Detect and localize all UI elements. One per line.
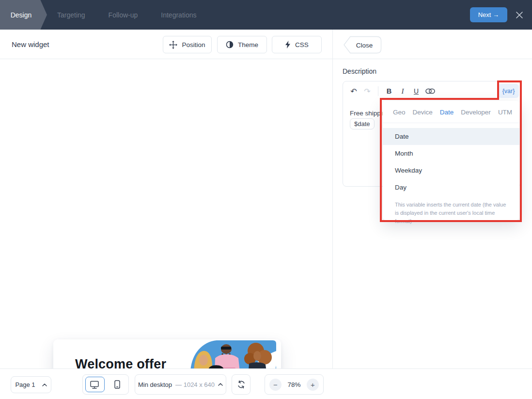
- redo-icon[interactable]: ↷: [360, 87, 374, 96]
- viewport-selector[interactable]: Min desktop — 1024 x 640: [135, 374, 226, 395]
- link-button[interactable]: [423, 88, 438, 94]
- variable-button[interactable]: {var}: [498, 84, 519, 98]
- variable-dropdown-tabs: Geo Device Date Developer UTM: [383, 101, 519, 123]
- move-icon: [169, 41, 177, 49]
- variable-helper-text: This variable inserts the current date (…: [383, 196, 519, 225]
- close-panel-label: Close: [356, 42, 373, 49]
- var-item-month[interactable]: Month: [383, 145, 519, 162]
- zoom-out-button[interactable]: −: [269, 379, 282, 391]
- chevron-up-icon: [218, 383, 223, 386]
- tab-design[interactable]: Design: [0, 0, 47, 30]
- tab-follow-up[interactable]: Follow-up: [109, 11, 138, 19]
- var-tab-date[interactable]: Date: [440, 109, 454, 123]
- var-tab-device[interactable]: Device: [413, 109, 433, 123]
- lightning-icon: [285, 41, 291, 48]
- editor-toolbar: ↶ ↷ B I U {var}: [343, 81, 520, 101]
- viewport-name: Min desktop: [138, 381, 172, 388]
- bottom-toolbar: Page 1 Min desktop — 102: [0, 368, 532, 399]
- position-button[interactable]: Position: [163, 36, 212, 53]
- rotate-icon: [237, 380, 246, 389]
- position-button-label: Position: [182, 41, 205, 48]
- var-item-day[interactable]: Day: [383, 179, 519, 196]
- description-label: Description: [343, 67, 376, 75]
- contrast-icon: [226, 41, 234, 48]
- chevron-up-icon: [42, 383, 47, 386]
- zoom-in-button[interactable]: +: [307, 379, 319, 391]
- var-tab-developer[interactable]: Developer: [461, 109, 491, 123]
- next-button[interactable]: Next →: [470, 7, 507, 22]
- settings-panel: Description ↶ ↷ B I U {var} Free shippin…: [333, 59, 532, 368]
- tab-design-label: Design: [11, 11, 32, 19]
- close-x-icon: [516, 11, 523, 19]
- zoom-level: 78%: [287, 381, 300, 388]
- css-button-label: CSS: [295, 41, 309, 48]
- toolbar-divider: [378, 86, 378, 96]
- mobile-view-button[interactable]: [106, 375, 128, 394]
- design-canvas[interactable]: Welcome offer Free shipping on your firs…: [0, 59, 332, 368]
- panel-header: Close: [333, 30, 532, 59]
- var-item-date[interactable]: Date: [383, 128, 519, 145]
- desktop-icon: [90, 381, 99, 389]
- bold-button[interactable]: B: [382, 87, 396, 95]
- close-editor-icon[interactable]: [515, 11, 524, 19]
- tab-targeting[interactable]: Targeting: [57, 11, 85, 19]
- theme-button[interactable]: Theme: [217, 36, 267, 53]
- variable-list: Date Month Weekday Day: [383, 123, 519, 196]
- widget-editor-app: Design Targeting Follow-up Integrations …: [0, 0, 532, 399]
- page-selector[interactable]: Page 1: [11, 376, 51, 393]
- desktop-view-button[interactable]: [83, 375, 106, 394]
- var-tab-geo[interactable]: Geo: [393, 109, 406, 123]
- var-tab-utm[interactable]: UTM: [498, 109, 512, 123]
- close-panel-button[interactable]: Close: [343, 36, 382, 54]
- page-selector-label: Page 1: [15, 381, 35, 388]
- css-button[interactable]: CSS: [272, 36, 322, 53]
- viewport-size: — 1024 x 640: [175, 381, 215, 388]
- page-title: New widget: [12, 40, 49, 48]
- top-navigation-bar: Design Targeting Follow-up Integrations …: [0, 0, 532, 30]
- var-item-weekday[interactable]: Weekday: [383, 162, 519, 179]
- device-toggle-group: [82, 374, 129, 395]
- tab-integrations[interactable]: Integrations: [161, 11, 196, 19]
- date-variable-chip[interactable]: $date: [350, 118, 375, 129]
- underline-button[interactable]: U: [409, 87, 423, 95]
- mobile-icon: [114, 380, 120, 389]
- rotate-viewport-button[interactable]: [232, 374, 250, 395]
- link-icon: [425, 88, 435, 94]
- italic-button[interactable]: I: [396, 87, 409, 96]
- theme-button-label: Theme: [238, 41, 258, 48]
- undo-icon[interactable]: ↶: [347, 87, 360, 96]
- variable-dropdown: Geo Device Date Developer UTM Date Month…: [383, 101, 519, 220]
- zoom-control: − 78% +: [265, 374, 324, 395]
